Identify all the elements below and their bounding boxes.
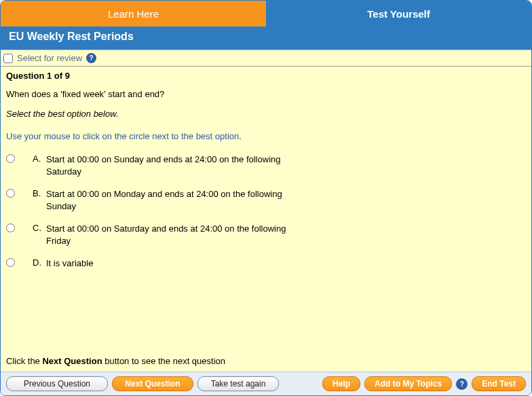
topic-title: EU Weekly Rest Periods — [1, 26, 531, 50]
take-test-again-button[interactable]: Take test again — [197, 376, 279, 391]
option-letter: D. — [22, 257, 39, 268]
next-question-button[interactable]: Next Question — [112, 376, 193, 391]
footer-help-icon[interactable]: ? — [456, 378, 468, 390]
option-text: Start at 00:00 on Sunday and ends at 24:… — [46, 154, 298, 177]
question-instruction: Select the best option below. — [6, 109, 526, 119]
question-text: When does a 'fixed week' start and end? — [6, 89, 526, 99]
select-for-review-checkbox[interactable] — [3, 54, 13, 63]
hint-prefix: Click the — [6, 356, 42, 366]
add-to-my-topics-button[interactable]: Add to My Topics — [364, 376, 452, 391]
option-text: Start at 00:00 on Monday and ends at 24:… — [46, 188, 298, 212]
footer-toolbar: Previous Question Next Question Take tes… — [1, 372, 531, 395]
option-text: It is variable — [46, 257, 298, 270]
help-button[interactable]: Help — [322, 376, 360, 391]
hint-suffix: button to see the next question — [102, 356, 225, 366]
options-list: A. Start at 00:00 on Sunday and ends at … — [6, 154, 298, 270]
tab-learn-here[interactable]: Learn Here — [1, 1, 266, 26]
review-help-icon[interactable]: ? — [86, 53, 96, 63]
option-b[interactable]: B. Start at 00:00 on Monday and ends at … — [6, 188, 298, 212]
question-hint: Use your mouse to click on the circle ne… — [6, 131, 526, 141]
option-letter: C. — [22, 223, 39, 233]
previous-question-button[interactable]: Previous Question — [6, 376, 108, 391]
option-b-radio[interactable] — [6, 189, 15, 198]
next-question-hint: Click the Next Question button to see th… — [1, 353, 531, 372]
hint-bold: Next Question — [42, 356, 102, 366]
question-body: Question 1 of 9 When does a 'fixed week'… — [1, 67, 531, 353]
select-for-review-label: Select for review — [17, 53, 82, 63]
option-c[interactable]: C. Start at 00:00 on Saturday and ends a… — [6, 223, 298, 247]
option-a-radio[interactable] — [6, 154, 15, 163]
question-panel: Select for review ? Question 1 of 9 When… — [1, 50, 531, 372]
end-test-button[interactable]: End Test — [472, 376, 526, 391]
top-tabs: Learn Here Test Yourself — [1, 1, 531, 26]
tab-test-yourself[interactable]: Test Yourself — [266, 1, 531, 26]
option-d-radio[interactable] — [6, 258, 15, 267]
option-letter: A. — [22, 154, 39, 164]
option-a[interactable]: A. Start at 00:00 on Sunday and ends at … — [6, 154, 298, 177]
app-frame: Learn Here Test Yourself EU Weekly Rest … — [0, 0, 532, 396]
option-c-radio[interactable] — [6, 223, 15, 232]
review-bar: Select for review ? — [1, 50, 531, 67]
question-counter: Question 1 of 9 — [6, 71, 526, 81]
option-text: Start at 00:00 on Saturday and ends at 2… — [46, 223, 298, 247]
option-letter: B. — [22, 188, 39, 198]
option-d[interactable]: D. It is variable — [6, 257, 298, 270]
